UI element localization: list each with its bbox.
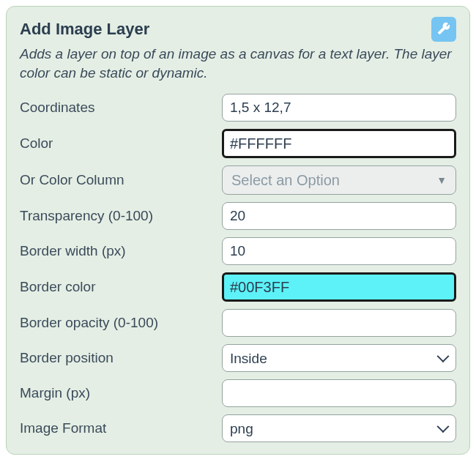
border-width-label: Border width (px) [20, 243, 222, 259]
border-width-input[interactable] [222, 237, 456, 265]
row-border-position: Border position Inside [20, 344, 456, 372]
image-layer-panel: Add Image Layer Adds a layer on top of a… [6, 6, 470, 455]
panel-title: Add Image Layer [20, 20, 149, 39]
coordinates-label: Coordinates [20, 100, 222, 116]
row-coordinates: Coordinates [20, 94, 456, 122]
border-opacity-label: Border opacity (0-100) [20, 315, 222, 331]
image-format-label: Image Format [20, 420, 222, 436]
color-column-placeholder: Select an Option [231, 172, 340, 189]
row-color: Color [20, 129, 456, 158]
panel-description: Adds a layer on top of an image as a can… [20, 45, 456, 82]
row-border-width: Border width (px) [20, 237, 456, 265]
row-transparency: Transparency (0-100) [20, 202, 456, 230]
border-position-select[interactable]: Inside [222, 344, 456, 372]
row-image-format: Image Format png [20, 414, 456, 442]
margin-input[interactable] [222, 379, 456, 407]
color-column-label: Or Color Column [20, 172, 222, 188]
margin-label: Margin (px) [20, 385, 222, 401]
row-border-color: Border color [20, 272, 456, 302]
wrench-icon [436, 21, 451, 38]
color-label: Color [20, 135, 222, 152]
panel-header: Add Image Layer [20, 17, 456, 42]
transparency-input[interactable] [222, 202, 456, 230]
image-format-select[interactable]: png [222, 414, 456, 442]
settings-button[interactable] [431, 17, 456, 42]
coordinates-input[interactable] [222, 94, 456, 122]
row-margin: Margin (px) [20, 379, 456, 407]
color-column-select[interactable]: Select an Option ▼ [222, 165, 456, 195]
chevron-down-icon: ▼ [436, 174, 447, 186]
border-position-label: Border position [20, 350, 222, 366]
row-color-column: Or Color Column Select an Option ▼ [20, 165, 456, 195]
row-border-opacity: Border opacity (0-100) [20, 309, 456, 337]
transparency-label: Transparency (0-100) [20, 208, 222, 224]
color-input[interactable] [222, 129, 456, 158]
border-color-label: Border color [20, 279, 222, 295]
border-color-input[interactable] [222, 272, 456, 302]
border-opacity-input[interactable] [222, 309, 456, 337]
